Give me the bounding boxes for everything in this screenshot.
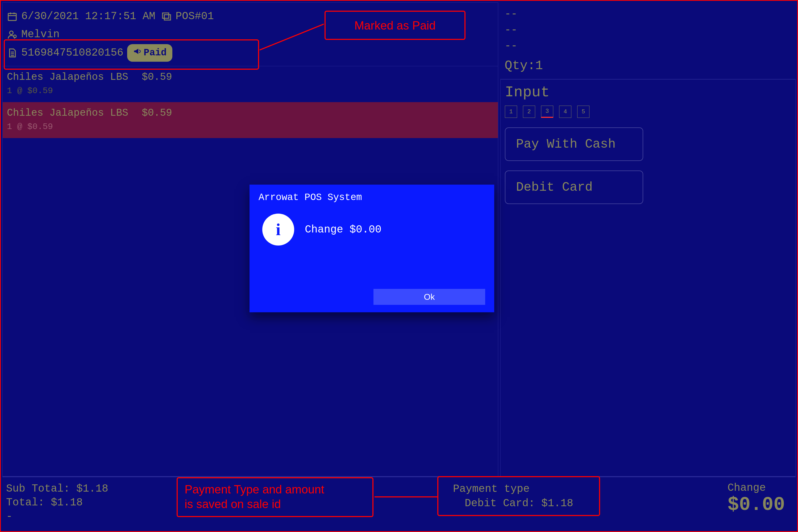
item-name: Chiles Jalapeños LBS bbox=[7, 105, 128, 120]
dialog-message: Change $0.00 bbox=[305, 224, 381, 236]
num-button-2[interactable]: 2 bbox=[523, 106, 535, 118]
bottom-bar: Sub Total: $1.18 Total: $1.18 - Payment … bbox=[2, 476, 796, 530]
side-line: -- bbox=[505, 22, 791, 38]
list-item[interactable]: Chiles Jalapeños LBS $0.59 1 @ $0.59 bbox=[3, 102, 498, 138]
item-qty-line: 1 @ $0.59 bbox=[7, 120, 494, 133]
side-line: -- bbox=[505, 38, 791, 54]
change-label: Change bbox=[727, 482, 785, 494]
megaphone-icon bbox=[133, 45, 141, 61]
right-column: -- -- -- Qty:1 Input 1 2 3 4 5 Pay With … bbox=[500, 2, 796, 476]
change-dialog: Arrowat POS System i Change $0.00 Ok bbox=[249, 185, 494, 312]
cashier-name: Melvin bbox=[21, 26, 60, 43]
svg-rect-4 bbox=[163, 13, 169, 18]
item-name: Chiles Jalapeños LBS bbox=[7, 70, 128, 84]
payment-type-header: Payment type bbox=[453, 482, 573, 496]
change-amount: $0.00 bbox=[727, 494, 785, 516]
dialog-title: Arrowat POS System bbox=[259, 192, 485, 203]
dialog-ok-button[interactable]: Ok bbox=[374, 289, 485, 305]
payment-type-line: Debit Card: $1.18 bbox=[453, 496, 573, 511]
terminal-icon bbox=[161, 11, 172, 22]
svg-rect-5 bbox=[165, 15, 171, 20]
datetime-text: 6/30/2021 12:17:51 AM bbox=[21, 8, 155, 25]
svg-rect-0 bbox=[8, 13, 16, 20]
sale-header: 6/30/2021 12:17:51 AM POS#01 Melvin bbox=[3, 3, 498, 66]
list-item[interactable]: Chiles Jalapeños LBS $0.59 1 @ $0.59 bbox=[3, 66, 498, 102]
document-icon bbox=[7, 48, 18, 58]
item-price: $0.59 bbox=[142, 105, 172, 120]
qty-label: Qty:1 bbox=[505, 56, 791, 75]
number-row: 1 2 3 4 5 bbox=[505, 106, 791, 118]
user-icon bbox=[7, 29, 18, 40]
num-button-5[interactable]: 5 bbox=[577, 106, 589, 118]
input-title: Input bbox=[505, 84, 791, 101]
side-line: -- bbox=[505, 6, 791, 22]
sub-total: Sub Total: $1.18 bbox=[6, 482, 108, 496]
num-button-4[interactable]: 4 bbox=[559, 106, 571, 118]
change-block: Change $0.00 bbox=[727, 482, 785, 516]
sale-id: 5169847510820156 bbox=[21, 44, 124, 61]
svg-point-7 bbox=[14, 35, 16, 38]
terminal-text: POS#01 bbox=[175, 8, 214, 25]
item-qty-line: 1 @ $0.59 bbox=[7, 84, 494, 97]
side-info: -- -- -- Qty:1 bbox=[500, 2, 796, 79]
pay-cash-button[interactable]: Pay With Cash bbox=[505, 128, 643, 161]
info-icon: i bbox=[262, 214, 294, 246]
item-price: $0.59 bbox=[142, 70, 172, 84]
num-button-1[interactable]: 1 bbox=[505, 106, 517, 118]
svg-point-6 bbox=[10, 31, 13, 35]
total-extra: - bbox=[6, 510, 108, 524]
paid-label: Paid bbox=[144, 45, 167, 61]
totals-block: Sub Total: $1.18 Total: $1.18 - bbox=[6, 482, 108, 524]
debit-card-button[interactable]: Debit Card bbox=[505, 171, 643, 204]
input-panel: Input 1 2 3 4 5 Pay With Cash Debit Card bbox=[500, 79, 796, 476]
num-button-3[interactable]: 3 bbox=[541, 106, 553, 118]
payment-type-block: Payment type Debit Card: $1.18 bbox=[453, 482, 573, 511]
paid-badge: Paid bbox=[127, 44, 172, 62]
total: Total: $1.18 bbox=[6, 496, 108, 510]
calendar-icon bbox=[7, 11, 18, 22]
